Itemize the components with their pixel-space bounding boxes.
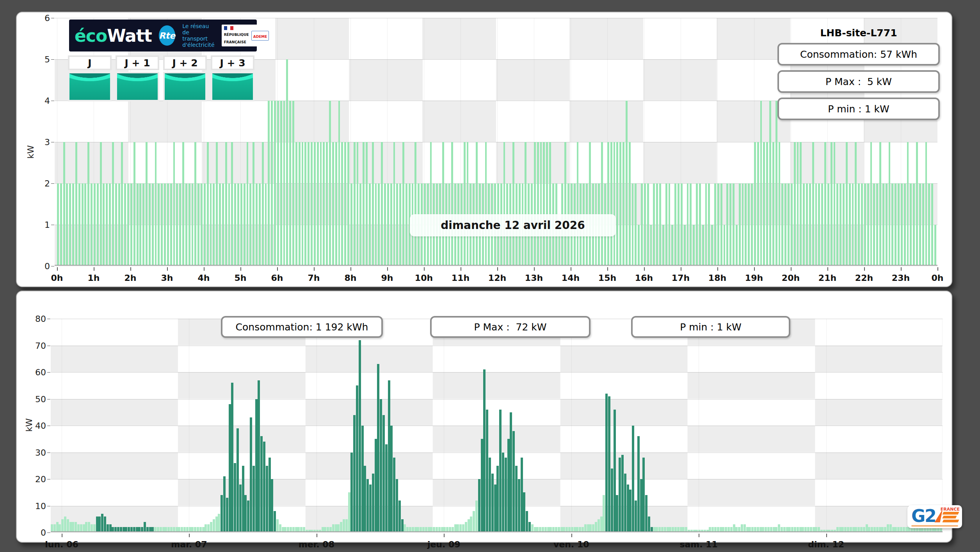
bar	[922, 183, 924, 266]
bar	[931, 183, 933, 266]
bar	[94, 183, 96, 266]
ecowatt-signal-icon	[211, 72, 254, 101]
bar	[858, 183, 860, 266]
g2e-logo: FRANCE G2	[907, 505, 962, 528]
bar	[505, 458, 507, 532]
bar	[280, 101, 282, 266]
bar	[66, 183, 68, 266]
bar	[674, 183, 676, 266]
bar	[348, 492, 350, 532]
bar	[204, 183, 206, 266]
bar	[320, 142, 322, 266]
bar	[690, 183, 692, 266]
y-tick-mark	[47, 399, 50, 399]
bar	[665, 183, 667, 266]
stat-box-1: P Max : 72 kW	[430, 316, 590, 338]
french-flag-icon	[224, 26, 233, 30]
bar	[834, 142, 836, 266]
bar	[295, 142, 297, 266]
bar	[69, 522, 72, 532]
bar	[515, 466, 518, 532]
bar	[377, 364, 379, 532]
bar	[299, 142, 301, 266]
bar	[139, 183, 141, 266]
bar	[274, 101, 276, 266]
bar	[603, 495, 605, 532]
bar	[256, 183, 258, 266]
bar	[366, 479, 369, 532]
bar	[619, 142, 621, 266]
bottom-chart-x-axis-line	[51, 531, 943, 532]
y-tick-label-1: 1	[27, 220, 50, 230]
x-tick-label-11: 11h	[452, 273, 470, 283]
x-tick-mark	[699, 534, 699, 537]
bar	[185, 183, 187, 266]
bar	[292, 101, 294, 266]
bar	[253, 142, 254, 266]
bar	[772, 142, 774, 266]
bar	[390, 183, 392, 266]
bar	[925, 142, 927, 266]
bar	[806, 183, 808, 266]
bar	[103, 183, 105, 266]
bar	[121, 142, 123, 266]
x-tick-label-0: 0h	[51, 273, 63, 283]
bar	[237, 183, 239, 266]
bar	[496, 466, 499, 532]
bar	[249, 183, 251, 266]
x-tick-mark	[94, 267, 94, 271]
x-tick-label-18: 18h	[708, 273, 726, 283]
bar	[258, 380, 260, 532]
bar	[149, 183, 151, 266]
bar	[647, 183, 649, 266]
bar	[637, 436, 640, 532]
bar	[882, 183, 884, 266]
y-tick-mark	[47, 532, 50, 533]
ecowatt-signal-icon	[163, 72, 207, 101]
bar	[696, 183, 698, 266]
ecowatt-signal-icon	[116, 72, 159, 101]
bar	[104, 517, 106, 532]
forecast-tile-label: J + 3	[211, 55, 254, 70]
bar	[115, 183, 117, 266]
bar	[512, 142, 514, 266]
bar	[595, 522, 597, 532]
bar	[361, 426, 364, 532]
stat-box-2: P min : 1 kW	[777, 98, 940, 120]
forecast-tile-0: J	[68, 55, 112, 101]
bar	[347, 142, 349, 266]
top-y-axis-title: kW	[26, 145, 36, 159]
bar	[239, 485, 242, 532]
ecowatt-logo: écoWatt Rte Le réseau de transport d'éle…	[69, 20, 257, 51]
y-tick-mark	[51, 266, 54, 266]
bar	[194, 142, 196, 266]
x-tick-mark	[314, 267, 315, 271]
bar	[644, 183, 646, 266]
bar	[75, 142, 77, 266]
bar	[366, 142, 368, 266]
bar	[182, 142, 184, 266]
bar	[72, 183, 74, 266]
bar	[56, 522, 59, 532]
bar	[213, 519, 215, 532]
bar	[681, 183, 683, 266]
bar	[72, 522, 74, 532]
bar	[481, 439, 483, 532]
gridline-y-6	[55, 18, 937, 18]
bar	[589, 142, 591, 266]
bar	[699, 183, 701, 266]
bar	[705, 183, 707, 266]
bar	[886, 183, 888, 266]
bar	[779, 142, 781, 266]
y-tick-label-6: 6	[27, 13, 50, 23]
bar	[158, 183, 160, 266]
bar	[357, 142, 359, 266]
bar	[372, 142, 374, 266]
bar	[818, 183, 820, 266]
x-tick-label-6: dim. 12	[808, 540, 844, 549]
x-tick-mark	[644, 267, 645, 271]
bar	[464, 142, 466, 266]
bar	[467, 142, 469, 266]
bar	[526, 511, 528, 532]
bar	[375, 183, 377, 266]
